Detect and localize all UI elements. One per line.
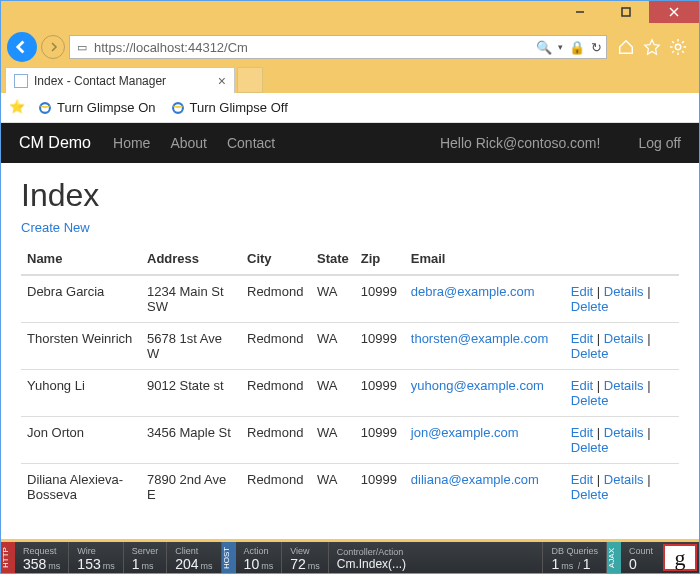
cell-actions: Edit | Details | Delete — [565, 417, 679, 464]
cell-address: 7890 2nd Ave E — [141, 464, 241, 511]
favorites-icon[interactable] — [643, 38, 661, 56]
cell-state: WA — [311, 370, 355, 417]
th-zip: Zip — [355, 243, 405, 275]
favorites-bar: ⭐ Turn Glimpse On Turn Glimpse Off — [1, 93, 699, 123]
th-actions — [565, 243, 679, 275]
cell-city: Redmond — [241, 464, 311, 511]
glimpse-wire[interactable]: Wire153ms — [69, 542, 123, 573]
cell-zip: 10999 — [355, 417, 405, 464]
cell-name: Debra Garcia — [21, 275, 141, 323]
add-favorite-icon[interactable]: ⭐ — [9, 99, 27, 117]
cell-email: yuhong@example.com — [405, 370, 565, 417]
edit-link[interactable]: Edit — [571, 472, 593, 487]
glimpse-server[interactable]: Server1ms — [124, 542, 168, 573]
maximize-button[interactable] — [603, 1, 649, 23]
email-link[interactable]: diliana@example.com — [411, 472, 539, 487]
page-title: Index — [21, 177, 679, 214]
search-icon[interactable]: 🔍 — [536, 40, 552, 55]
create-new-link[interactable]: Create New — [21, 220, 90, 235]
cell-email: thorsten@example.com — [405, 323, 565, 370]
delete-link[interactable]: Delete — [571, 346, 609, 361]
edit-link[interactable]: Edit — [571, 284, 593, 299]
browser-tab[interactable]: Index - Contact Manager × — [5, 67, 235, 93]
delete-link[interactable]: Delete — [571, 299, 609, 314]
url-input[interactable] — [94, 40, 532, 55]
nav-contact[interactable]: Contact — [227, 135, 275, 151]
details-link[interactable]: Details — [604, 472, 644, 487]
cell-address: 9012 State st — [141, 370, 241, 417]
email-link[interactable]: jon@example.com — [411, 425, 519, 440]
nav-home[interactable]: Home — [113, 135, 150, 151]
th-address: Address — [141, 243, 241, 275]
glimpse-logo[interactable]: g — [663, 544, 697, 571]
address-bar[interactable]: ▭ 🔍 ▾ 🔒 ↻ — [69, 35, 607, 59]
forward-button[interactable] — [41, 35, 65, 59]
edit-link[interactable]: Edit — [571, 331, 593, 346]
app-navbar: CM Demo Home About Contact Hello Rick@co… — [1, 123, 699, 163]
details-link[interactable]: Details — [604, 425, 644, 440]
edit-link[interactable]: Edit — [571, 425, 593, 440]
glimpse-bar[interactable]: HTTP Request358ms Wire153ms Server1ms Cl… — [1, 539, 699, 573]
lock-icon: 🔒 — [569, 40, 585, 55]
email-link[interactable]: yuhong@example.com — [411, 378, 544, 393]
glimpse-db[interactable]: DB Queries1ms / 1 — [543, 542, 607, 573]
delete-link[interactable]: Delete — [571, 393, 609, 408]
cell-state: WA — [311, 464, 355, 511]
close-button[interactable] — [649, 1, 699, 23]
svg-line-12 — [672, 51, 674, 53]
cell-actions: Edit | Details | Delete — [565, 323, 679, 370]
contacts-table: Name Address City State Zip Email Debra … — [21, 243, 679, 510]
glimpse-request[interactable]: Request358ms — [15, 542, 69, 573]
table-row: Diliana Alexieva-Bosseva7890 2nd Ave ERe… — [21, 464, 679, 511]
cell-email: diliana@example.com — [405, 464, 565, 511]
page-icon: ▭ — [74, 39, 90, 55]
cell-city: Redmond — [241, 370, 311, 417]
refresh-icon[interactable]: ↻ — [591, 40, 602, 55]
table-row: Yuhong Li9012 State stRedmondWA10999yuho… — [21, 370, 679, 417]
brand[interactable]: CM Demo — [19, 134, 91, 152]
glimpse-action[interactable]: Action10ms — [236, 542, 283, 573]
details-link[interactable]: Details — [604, 284, 644, 299]
fav-glimpse-on[interactable]: Turn Glimpse On — [33, 98, 160, 118]
ie-icon — [37, 100, 53, 116]
delete-link[interactable]: Delete — [571, 487, 609, 502]
cell-email: debra@example.com — [405, 275, 565, 323]
home-icon[interactable] — [617, 38, 635, 56]
glimpse-client[interactable]: Client204ms — [167, 542, 221, 573]
glimpse-count[interactable]: Count0 — [621, 542, 661, 573]
glimpse-http-label: HTTP — [1, 542, 15, 573]
dropdown-icon[interactable]: ▾ — [558, 42, 563, 52]
back-button[interactable] — [7, 32, 37, 62]
cell-address: 1234 Main St SW — [141, 275, 241, 323]
cell-zip: 10999 — [355, 323, 405, 370]
nav-logoff[interactable]: Log off — [638, 135, 681, 151]
details-link[interactable]: Details — [604, 378, 644, 393]
cell-actions: Edit | Details | Delete — [565, 464, 679, 511]
nav-greeting[interactable]: Hello Rick@contoso.com! — [440, 135, 601, 151]
cell-name: Jon Orton — [21, 417, 141, 464]
cell-city: Redmond — [241, 417, 311, 464]
th-state: State — [311, 243, 355, 275]
glimpse-view[interactable]: View72ms — [282, 542, 329, 573]
app-content: CM Demo Home About Contact Hello Rick@co… — [1, 123, 699, 510]
cell-address: 3456 Maple St — [141, 417, 241, 464]
tab-page-icon — [14, 74, 28, 88]
cell-state: WA — [311, 275, 355, 323]
email-link[interactable]: debra@example.com — [411, 284, 535, 299]
edit-link[interactable]: Edit — [571, 378, 593, 393]
cell-address: 5678 1st Ave W — [141, 323, 241, 370]
th-name: Name — [21, 243, 141, 275]
email-link[interactable]: thorsten@example.com — [411, 331, 548, 346]
minimize-button[interactable] — [557, 1, 603, 23]
glimpse-ajax-label: AJAX — [607, 542, 621, 573]
nav-about[interactable]: About — [170, 135, 207, 151]
cell-zip: 10999 — [355, 370, 405, 417]
new-tab-button[interactable] — [237, 67, 263, 93]
glimpse-controller[interactable]: Controller/ActionCm.Index(...) — [329, 542, 544, 573]
delete-link[interactable]: Delete — [571, 440, 609, 455]
details-link[interactable]: Details — [604, 331, 644, 346]
settings-icon[interactable] — [669, 38, 687, 56]
fav-glimpse-off[interactable]: Turn Glimpse Off — [166, 98, 292, 118]
window-titlebar — [1, 1, 699, 31]
tab-close-icon[interactable]: × — [218, 73, 226, 89]
